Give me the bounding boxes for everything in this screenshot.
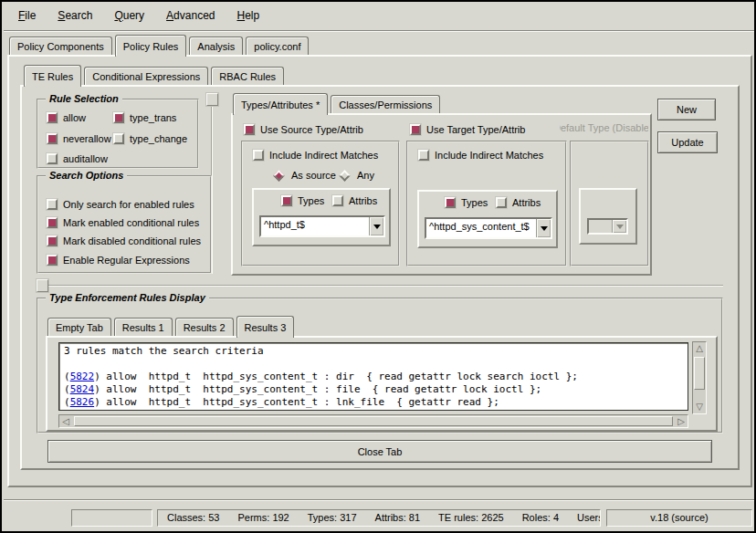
horizontal-sash-line — [37, 285, 723, 287]
checkbox-label: type_change — [130, 133, 187, 144]
checkbox-indicator — [47, 255, 58, 266]
checkbox-enable-regex[interactable]: Enable Regular Expressions — [47, 255, 190, 266]
vertical-scrollbar[interactable]: △ ▽ — [692, 341, 707, 414]
stat-te-rules: TE rules: 2625 — [438, 510, 504, 525]
checkbox-source-attribs[interactable]: Attribs — [332, 195, 377, 206]
combobox-value: ^httpd_t$ — [261, 217, 369, 235]
checkbox-label: neverallow — [63, 133, 111, 144]
button-label: Update — [671, 137, 703, 148]
tab-analysis[interactable]: Analysis — [189, 37, 243, 55]
statusbar-version-panel: v.18 (source) — [606, 509, 752, 527]
checkbox-indicator — [445, 197, 456, 208]
tab-classes-permissions[interactable]: Classes/Permissions — [331, 95, 440, 113]
scroll-down-icon[interactable]: ▽ — [693, 401, 706, 413]
tab-label: RBAC Rules — [219, 71, 276, 82]
update-button[interactable]: Update — [657, 131, 718, 153]
radio-any[interactable]: Any — [338, 170, 374, 181]
rule-number-link[interactable]: 5826 — [70, 396, 95, 408]
tab-label: Results 2 — [184, 322, 226, 333]
tab-conditional-expressions[interactable]: Conditional Expressions — [84, 67, 208, 85]
radio-as-source[interactable]: As source — [272, 170, 336, 181]
source-frame: Include Indirect Matches As source Any T… — [241, 141, 400, 266]
checkbox-only-enabled-rules[interactable]: Only search for enabled rules — [47, 199, 194, 210]
checkbox-indicator — [113, 112, 124, 123]
new-button[interactable]: New — [657, 99, 716, 120]
dropdown-arrow-icon[interactable] — [369, 217, 383, 235]
stat-users: Users: 3 — [577, 510, 601, 525]
tab-policy-conf[interactable]: policy.conf — [246, 37, 309, 55]
tab-results-1[interactable]: Results 1 — [114, 318, 173, 336]
results-page: 3 rules match the search criteria (5822)… — [46, 336, 718, 432]
checkbox-indicator — [410, 124, 421, 135]
tab-results-2[interactable]: Results 2 — [175, 318, 234, 336]
checkbox-label: Use Target Type/Attrib — [426, 124, 525, 135]
checkbox-indicator — [47, 133, 58, 144]
stat-classes: Classes: 53 — [167, 510, 219, 525]
radio-indicator — [273, 170, 285, 182]
checkbox-target-attribs[interactable]: Attribs — [496, 197, 541, 208]
vertical-scrollbar-thumb[interactable] — [694, 357, 705, 390]
menu-query[interactable]: Query — [105, 6, 153, 25]
search-options-group: Search Options Only search for enabled r… — [37, 175, 212, 274]
source-type-combobox[interactable]: ^httpd_t$ — [259, 215, 385, 237]
close-tab-button[interactable]: Close Tab — [47, 440, 712, 463]
stat-perms: Perms: 192 — [237, 510, 289, 525]
checkbox-label: Types — [298, 195, 324, 206]
tab-rbac-rules[interactable]: RBAC Rules — [211, 67, 284, 85]
checkbox-mark-disabled-conditional[interactable]: Mark disabled conditional rules — [47, 235, 201, 246]
checkbox-use-target-type[interactable]: Use Target Type/Attrib — [410, 124, 525, 135]
checkbox-label: Include Indirect Matches — [435, 150, 543, 161]
policy-version: v.18 (source) — [650, 512, 708, 523]
tab-te-rules[interactable]: TE Rules — [24, 65, 81, 87]
dropdown-arrow-icon[interactable] — [536, 219, 551, 237]
checkbox-indicator — [47, 235, 58, 246]
statusbar-stats-panel: Classes: 53Perms: 192Types: 317Attribs: … — [157, 509, 601, 527]
radio-label: As source — [291, 170, 336, 181]
combobox-value — [589, 220, 612, 233]
checkbox-use-source-type[interactable]: Use Source Type/Attrib — [244, 124, 363, 135]
scroll-right-icon[interactable]: ▷ — [675, 415, 688, 427]
target-types-frame: Types Attribs ^httpd_sys_content_t$ — [417, 190, 558, 248]
checkbox-label: Only search for enabled rules — [63, 199, 194, 210]
tab-types-attributes[interactable]: Types/Attributes * — [233, 93, 328, 115]
default-type-label: Default Type (Disabled) — [560, 122, 648, 133]
tab-policy-rules[interactable]: Policy Rules — [115, 35, 187, 57]
checkbox-label: type_trans — [130, 112, 176, 123]
scroll-left-icon[interactable]: ◁ — [59, 415, 72, 427]
horizontal-sash-handle[interactable] — [37, 279, 48, 292]
checkbox-auditallow[interactable]: auditallow — [47, 153, 108, 164]
menu-help[interactable]: Help — [227, 6, 268, 25]
tab-results-3[interactable]: Results 3 — [236, 316, 295, 338]
rule-number-link[interactable]: 5824 — [70, 383, 95, 395]
checkbox-source-indirect[interactable]: Include Indirect Matches — [253, 150, 378, 161]
checkbox-target-indirect[interactable]: Include Indirect Matches — [418, 150, 543, 161]
result-rule-line: (5826) allow httpd_t httpd_sys_content_t… — [64, 396, 683, 409]
statusbar-empty-panel — [71, 509, 152, 527]
results-text-area[interactable]: 3 rules match the search criteria (5822)… — [58, 342, 688, 411]
checkbox-type-trans[interactable]: type_trans — [113, 112, 176, 123]
menu-search[interactable]: Search — [48, 6, 101, 25]
tab-policy-components[interactable]: Policy Components — [9, 37, 112, 55]
horizontal-scrollbar-thumb[interactable] — [74, 416, 673, 426]
result-rule-line: (5822) allow httpd_t httpd_sys_content_t… — [64, 371, 683, 383]
checkbox-indicator — [47, 112, 58, 123]
vertical-sash-handle[interactable] — [206, 93, 218, 106]
checkbox-indicator — [244, 124, 255, 135]
result-rule-line: (5824) allow httpd_t httpd_sys_content_t… — [64, 383, 683, 396]
menu-file[interactable]: File — [9, 6, 45, 25]
checkbox-target-types[interactable]: Types — [445, 197, 488, 208]
target-type-combobox[interactable]: ^httpd_sys_content_t$ — [425, 217, 552, 239]
stat-roles: Roles: 4 — [522, 510, 559, 525]
checkbox-source-types[interactable]: Types — [281, 195, 324, 206]
checkbox-mark-enabled-conditional[interactable]: Mark enabled conditional rules — [47, 217, 199, 228]
checkbox-allow[interactable]: allow — [47, 112, 86, 123]
checkbox-indicator — [332, 195, 343, 206]
search-options-title: Search Options — [46, 170, 127, 181]
horizontal-scrollbar[interactable]: ◁ ▷ — [58, 414, 688, 428]
rule-number-link[interactable]: 5822 — [70, 371, 95, 382]
checkbox-neverallow[interactable]: neverallow — [47, 133, 111, 144]
tab-empty-tab[interactable]: Empty Tab — [47, 318, 111, 336]
menu-advanced[interactable]: Advanced — [157, 6, 224, 25]
checkbox-type-change[interactable]: type_change — [113, 133, 187, 144]
scroll-up-icon[interactable]: △ — [693, 342, 706, 355]
